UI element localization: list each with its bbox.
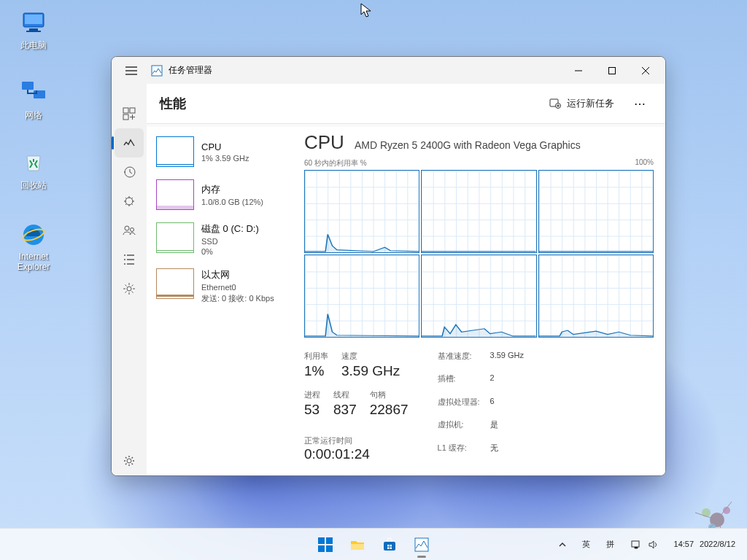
svg-rect-26 [326,537,333,544]
perf-item-memory[interactable]: 内存 1.0/8.0 GB (12%) [151,174,288,215]
tray-icons[interactable] [626,537,662,553]
svg-rect-33 [387,547,390,549]
memory-thumb [156,179,194,210]
svg-rect-10 [123,108,128,113]
svg-rect-30 [384,542,395,551]
desktop-icon-network[interactable]: 网络 [6,76,61,122]
network-tray-icon [630,540,642,550]
perf-item-title: CPU [201,141,249,152]
uptime-value: 0:00:01:24 [304,446,409,462]
svg-rect-32 [390,545,392,547]
ime-mode[interactable]: 拼 [602,536,619,553]
perf-item-disk[interactable]: 磁盘 0 (C: D:) SSD 0% [151,217,288,261]
desktop-icon-this-pc[interactable]: 此电脑 [6,6,61,52]
taskbar-store[interactable] [375,530,404,559]
taskbar-clock[interactable]: 14:57 2022/8/12 [670,537,740,552]
svg-rect-34 [390,547,392,549]
desktop-icon-label: 网络 [25,109,42,122]
taskbar-time: 14:57 [674,540,694,549]
speed-label: 速度 [341,351,400,362]
run-new-task-button[interactable]: 运行新任务 [541,93,623,115]
nav-users[interactable] [115,216,144,245]
uptime-label: 正常运行时间 [304,435,409,446]
perf-item-title: 磁盘 0 (C: D:) [201,222,259,236]
svg-point-16 [131,228,134,232]
run-new-task-label: 运行新任务 [567,97,614,110]
desktop-icon-label: 此电脑 [20,39,47,52]
svg-rect-1 [25,15,42,24]
ie-icon [18,219,50,251]
svg-rect-9 [609,67,616,74]
l1-val: 无 [490,443,524,462]
util-value: 1% [304,363,328,379]
desktop-icon-recycle-bin[interactable]: 回收站 [6,146,61,192]
perf-item-ethernet[interactable]: 以太网 Ethernet0 发送: 0 接收: 0 Kbps [151,263,288,309]
svg-point-18 [127,459,131,463]
vm-key: 虚拟机: [438,419,490,439]
svg-rect-11 [130,108,135,113]
svg-rect-36 [632,541,639,547]
tray-overflow[interactable] [554,538,570,551]
nav-services[interactable] [115,274,144,303]
content-header: 性能 运行新任务 ⋯ [147,84,665,124]
nav-settings[interactable] [115,446,144,475]
app-icon [151,65,163,77]
hamburger-menu-button[interactable] [119,58,144,83]
vproc-val: 6 [490,397,524,416]
nav-performance[interactable] [115,128,144,158]
maximize-button[interactable] [595,59,629,82]
perf-item-subtitle: Ethernet0 [201,283,274,292]
window-title: 任务管理器 [169,64,212,77]
cpu-model: AMD Ryzen 5 2400G with Radeon Vega Graph… [355,139,581,151]
taskbar-explorer[interactable] [343,530,372,559]
base-speed-key: 基准速度: [438,351,490,370]
nav-processes[interactable] [115,99,144,128]
cpu-detail-pane: CPU AMD Ryzen 5 2400G with Radeon Vega G… [293,127,665,475]
cpu-spec-list: 基准速度:3.59 GHz 插槽:2 虚拟处理器:6 虚拟机:是 L1 缓存:无 [438,351,524,462]
run-task-icon [549,97,561,111]
pc-icon [18,6,50,38]
page-title: 性能 [160,95,186,112]
graph-caption-right: 100% [635,158,654,168]
nav-startup[interactable] [115,187,144,216]
perf-item-title: 内存 [201,183,263,196]
svg-rect-12 [123,114,128,120]
graph-caption-left: 60 秒内的利用率 % [304,158,367,168]
nav-details[interactable] [115,245,144,274]
more-button[interactable]: ⋯ [629,92,652,115]
l1-key: L1 缓存: [438,443,490,462]
svg-rect-3 [26,31,41,32]
svg-point-22 [702,508,711,517]
cpu-graph-3 [304,254,419,338]
minimize-button[interactable] [562,59,595,82]
recycle-bin-icon [18,146,50,178]
handles-value: 22867 [370,402,409,418]
sockets-key: 插槽: [438,373,490,393]
perf-item-cpu[interactable]: CPU 1% 3.59 GHz [151,131,288,172]
cpu-graphs-grid[interactable] [304,170,654,338]
speed-value: 3.59 GHz [341,363,400,379]
base-speed-val: 3.59 GHz [490,351,524,370]
svg-rect-28 [326,545,333,552]
perf-list: CPU 1% 3.59 GHz 内存 1.0/8.0 GB (12%) [147,127,293,475]
network-icon [18,76,50,108]
taskbar[interactable]: 英 拼 14:57 2022/8/12 [0,528,747,560]
perf-item-subtitle2: 发送: 0 接收: 0 Kbps [201,293,274,304]
volume-tray-icon [648,540,658,550]
titlebar[interactable]: 任务管理器 [112,57,665,84]
svg-rect-2 [29,28,38,31]
nav-app-history[interactable] [115,158,144,187]
perf-item-title: 以太网 [201,268,274,281]
svg-rect-29 [351,544,364,550]
disk-thumb [156,222,194,253]
desktop-icon-ie[interactable]: Internet Explorer [6,219,61,273]
svg-rect-27 [318,545,325,552]
close-button[interactable] [629,59,662,82]
threads-label: 线程 [333,389,357,400]
ime-lang[interactable]: 英 [578,536,595,553]
task-manager-window: 任务管理器 性能 运行新任务 [111,56,666,476]
taskbar-task-manager[interactable] [407,530,436,559]
svg-point-15 [125,226,129,230]
start-button[interactable] [311,530,340,559]
cpu-graph-2 [538,170,654,253]
